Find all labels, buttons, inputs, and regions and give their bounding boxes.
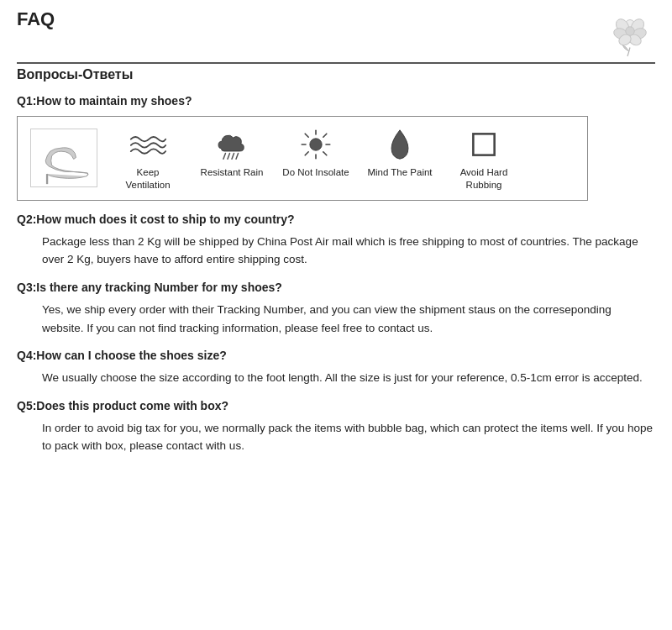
- svg-line-20: [323, 134, 327, 137]
- page-header: FAQ: [17, 8, 655, 64]
- svg-line-9: [223, 153, 226, 159]
- svg-point-13: [310, 138, 322, 150]
- care-item-ventilation: Keep Ventilation: [114, 125, 181, 192]
- svg-line-21: [305, 151, 308, 155]
- care-item-paint: Mind The Paint: [366, 125, 433, 179]
- svg-line-10: [228, 153, 230, 159]
- page-title: FAQ: [17, 8, 55, 30]
- answer-q4: We usually choose the size according to …: [42, 369, 655, 387]
- question-q2: Q2:How much does it cost to ship to my c…: [17, 213, 655, 226]
- answer-q2: Package less than 2 Kg will be shipped b…: [42, 233, 655, 269]
- paint-drop-icon: [388, 129, 412, 160]
- rubbing-label: Avoid HardRubbing: [460, 166, 508, 192]
- shoe-image: [30, 129, 97, 187]
- insolate-label: Do Not Insolate: [282, 166, 349, 179]
- question-q4: Q4:How can I choose the shoes size?: [17, 349, 655, 362]
- svg-line-18: [305, 134, 308, 137]
- question-q1: Q1:How to maintain my shoes?: [17, 94, 655, 108]
- care-diagram: Keep Ventilation Resistant Rain: [17, 116, 588, 201]
- svg-line-11: [232, 153, 234, 159]
- answer-q3: Yes, we ship every order with their Trac…: [42, 301, 655, 337]
- svg-rect-22: [473, 134, 494, 155]
- svg-point-7: [626, 27, 635, 36]
- hard-rubbing-icon: [470, 131, 497, 158]
- sun-icon: [299, 128, 333, 161]
- care-item-rain: Resistant Rain: [198, 125, 265, 179]
- rain-label: Resistant Rain: [201, 166, 264, 179]
- question-q5: Q5:Does this product come with box?: [17, 399, 655, 412]
- care-item-rubbing: Avoid HardRubbing: [450, 125, 517, 192]
- paint-label: Mind The Paint: [367, 166, 432, 179]
- care-item-insolate: Do Not Insolate: [282, 125, 349, 179]
- answer-q5: In order to avoid big tax for you, we no…: [42, 419, 655, 455]
- ventilation-label: Keep Ventilation: [114, 166, 181, 192]
- svg-line-12: [236, 153, 239, 159]
- page-subtitle: Вопросы-Ответы: [17, 67, 655, 82]
- care-icons-group: Keep Ventilation Resistant Rain: [114, 125, 517, 192]
- rose-decoration-icon: [605, 8, 655, 59]
- rain-icon: [214, 128, 249, 161]
- question-q3: Q3:Is there any tracking Number for my s…: [17, 281, 655, 294]
- svg-line-19: [323, 151, 327, 155]
- ventilation-icon: [129, 132, 167, 157]
